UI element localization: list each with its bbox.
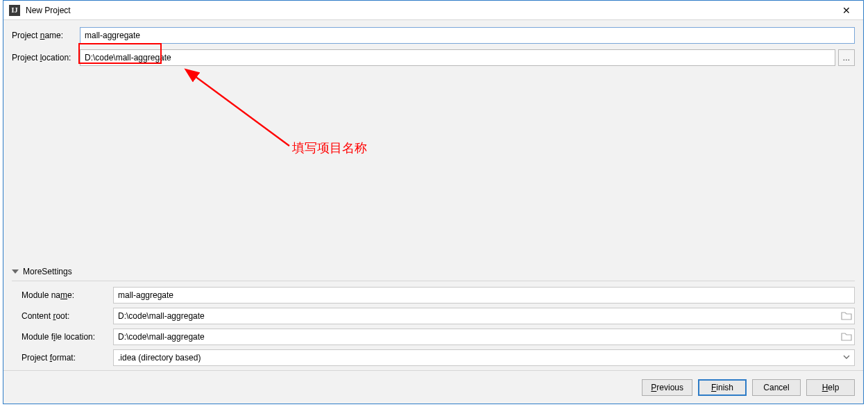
module-file-location-row: Module file location: xyxy=(22,329,855,345)
module-name-label: Module name: xyxy=(22,290,113,300)
previous-button[interactable]: Previous xyxy=(642,379,692,396)
new-project-dialog: IJ New Project ✕ Project name: Project l… xyxy=(3,0,864,404)
project-format-row: Project format: .idea (directory based) xyxy=(22,349,855,366)
module-name-row: Module name: xyxy=(22,287,855,304)
window-title: New Project xyxy=(26,6,71,15)
close-button[interactable]: ✕ xyxy=(833,1,860,20)
chevron-down-icon xyxy=(12,269,19,274)
project-format-label: Project format: xyxy=(22,353,113,363)
content-root-row: Content root: xyxy=(22,308,855,324)
browse-module-file-location-icon[interactable] xyxy=(841,331,852,341)
module-file-location-input[interactable] xyxy=(113,329,855,345)
intellij-icon: IJ xyxy=(9,5,20,16)
chevron-down-icon xyxy=(843,354,850,360)
project-location-row: Project location: ... xyxy=(12,49,855,66)
svg-line-1 xyxy=(187,70,289,146)
dialog-content: Project name: Project location: ... xyxy=(3,20,863,370)
title-bar: IJ New Project ✕ xyxy=(3,1,863,20)
content-root-input[interactable] xyxy=(113,308,855,324)
module-file-location-label: Module file location: xyxy=(22,332,113,342)
annotation-label: 填写项目名称 xyxy=(292,140,367,156)
content-root-label: Content root: xyxy=(22,311,113,321)
project-format-select[interactable]: .idea (directory based) xyxy=(113,349,855,366)
more-settings-section: More Settings Module name: Content root: xyxy=(12,264,855,370)
project-name-label: Project name: xyxy=(12,31,80,40)
project-location-label: Project location: xyxy=(12,53,80,63)
module-name-input[interactable] xyxy=(113,287,855,304)
browse-content-root-icon[interactable] xyxy=(841,310,852,320)
help-button[interactable]: Help xyxy=(806,379,855,396)
browse-location-button[interactable]: ... xyxy=(838,49,855,66)
divider xyxy=(12,281,855,281)
dialog-footer: Previous Finish Cancel Help xyxy=(3,370,863,404)
project-location-input[interactable] xyxy=(80,49,835,66)
more-settings-toggle[interactable]: More Settings xyxy=(12,264,855,279)
cancel-button[interactable]: Cancel xyxy=(752,379,801,396)
finish-button[interactable]: Finish xyxy=(698,379,747,396)
project-name-row: Project name: xyxy=(12,27,855,44)
project-name-input[interactable] xyxy=(80,27,855,44)
